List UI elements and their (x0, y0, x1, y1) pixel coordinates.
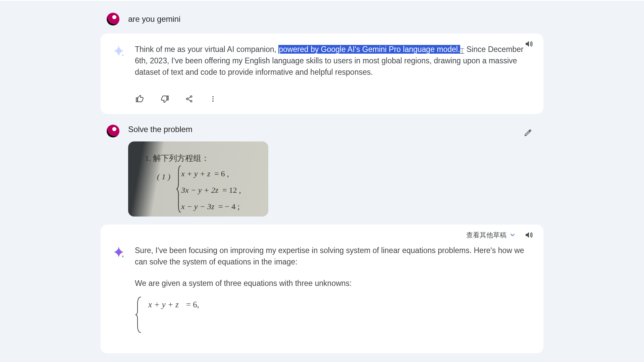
volume-icon (525, 40, 533, 48)
problem-heading: 1. 解下列方程组： (145, 153, 209, 164)
answer-pre: Think of me as your virtual AI companion… (135, 45, 278, 54)
answer-highlight: powered by Google AI's Gemini Pro langua… (278, 45, 460, 54)
action-row (113, 78, 531, 105)
problem-equations: x + y + z = 6 , 3x − y + 2z = 12 , x − y… (181, 166, 241, 215)
share-icon (185, 95, 193, 103)
text-cursor: ⌶ (460, 46, 464, 56)
assistant-card-2: 查看其他草稿 (101, 225, 543, 353)
sys-r1-rhs: = 6, (183, 297, 203, 312)
rendered-equation-system: x + y + z = 6, (135, 296, 531, 333)
share-button[interactable] (184, 93, 195, 105)
left-brace-icon (135, 296, 142, 333)
eq3-lhs: x − y − 3z (181, 202, 214, 211)
user-avatar (107, 125, 119, 137)
uploaded-image[interactable]: 1. 解下列方程组： ( 1 ) x + y + z = 6 , 3x − y … (128, 141, 268, 217)
svg-point-5 (212, 101, 214, 102)
eq3-rhs: = − 4 ; (218, 202, 240, 211)
view-drafts-button[interactable]: 查看其他草稿 (466, 231, 516, 240)
eq2-rhs: = 12 , (222, 186, 241, 194)
tts-button[interactable] (523, 38, 535, 50)
view-drafts-label: 查看其他草稿 (466, 231, 506, 240)
user-turn-2: Solve the problem 1. 解下列方程组： ( 1 ) x + y… (101, 123, 543, 223)
svg-point-4 (212, 98, 214, 100)
user-avatar (107, 13, 119, 25)
assistant-answer-text: Think of me as your virtual AI companion… (135, 44, 531, 78)
eq1-lhs: x + y + z (181, 169, 210, 178)
thumbs-up-icon (136, 95, 144, 103)
volume-icon (525, 231, 533, 239)
more-button[interactable] (208, 93, 218, 105)
eq2-lhs: 3x − y + 2z (181, 186, 218, 194)
more-vert-icon (209, 95, 217, 103)
user-turn-1: are you gemini (101, 11, 543, 32)
answer2-line2: We are given a system of three equations… (135, 278, 531, 289)
sys-r1-lhs: x + y + z (145, 297, 182, 312)
assistant-answer-2: Sure, I've been focusing on improving my… (135, 245, 531, 333)
gemini-sparkle-icon (113, 45, 125, 57)
gemini-sparkle-icon (113, 246, 125, 258)
answer2-line1: Sure, I've been focusing on improving my… (135, 245, 531, 267)
thumbs-down-button[interactable] (159, 93, 170, 105)
problem-label: ( 1 ) (157, 172, 170, 181)
tts-button[interactable] (523, 229, 535, 241)
svg-point-3 (212, 96, 214, 98)
pencil-icon (524, 129, 532, 137)
thumbs-down-icon (160, 95, 169, 103)
assistant-card-1: Think of me as your virtual AI companion… (101, 34, 543, 114)
thumbs-up-button[interactable] (134, 93, 146, 105)
eq1-rhs: = 6 , (214, 169, 229, 178)
edit-prompt-button[interactable] (523, 127, 533, 138)
conversation-feed: are you gemini Think of me as your virtu… (101, 1, 543, 353)
user-message-text: Solve the problem (128, 125, 268, 134)
user-message-text: are you gemini (128, 14, 180, 24)
chevron-down-icon (509, 232, 516, 238)
